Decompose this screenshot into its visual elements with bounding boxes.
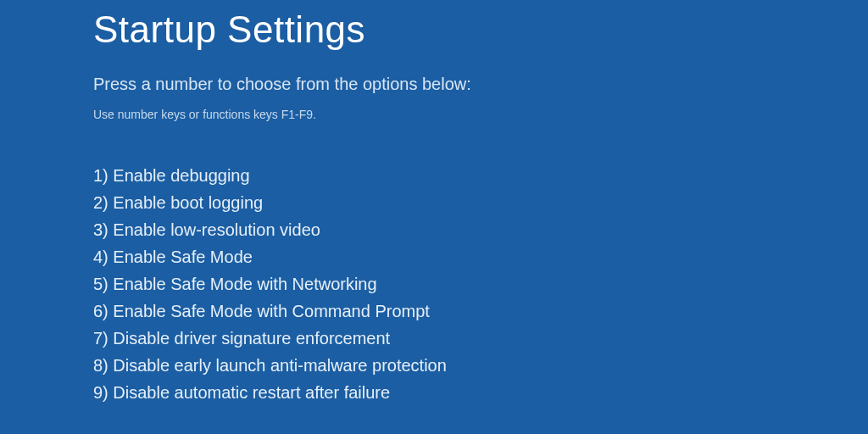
instruction-text: Press a number to choose from the option… xyxy=(93,75,868,94)
option-6[interactable]: 6) Enable Safe Mode with Command Prompt xyxy=(93,298,868,325)
option-7[interactable]: 7) Disable driver signature enforcement xyxy=(93,325,868,352)
option-9[interactable]: 9) Disable automatic restart after failu… xyxy=(93,379,868,406)
option-2[interactable]: 2) Enable boot logging xyxy=(93,189,868,216)
option-4[interactable]: 4) Enable Safe Mode xyxy=(93,243,868,270)
hint-text: Use number keys or functions keys F1-F9. xyxy=(93,108,868,121)
option-1[interactable]: 1) Enable debugging xyxy=(93,162,868,189)
option-5[interactable]: 5) Enable Safe Mode with Networking xyxy=(93,270,868,298)
option-8[interactable]: 8) Disable early launch anti-malware pro… xyxy=(93,352,868,379)
page-title: Startup Settings xyxy=(93,8,868,51)
option-3[interactable]: 3) Enable low-resolution video xyxy=(93,216,868,243)
options-list: 1) Enable debugging 2) Enable boot loggi… xyxy=(93,162,868,406)
